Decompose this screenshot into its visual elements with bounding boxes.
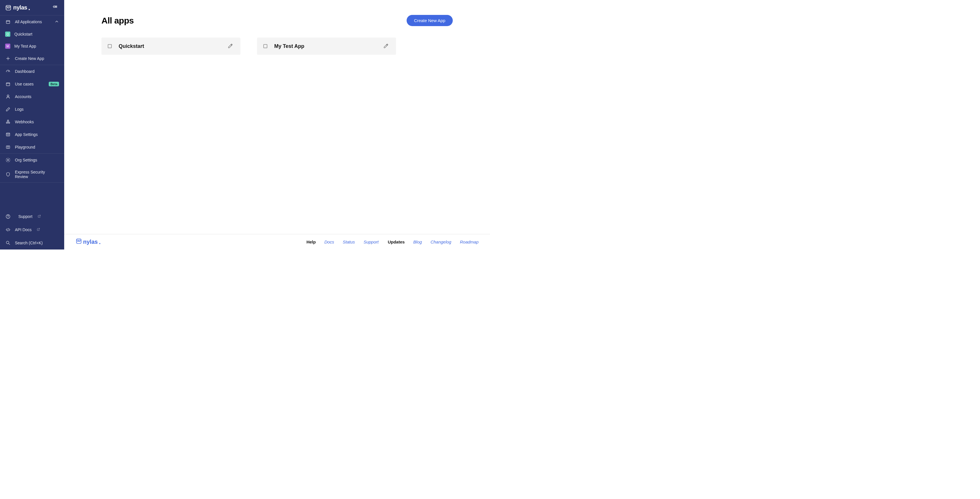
footer-link-blog[interactable]: Blog (413, 239, 422, 244)
sidebar-item-security-review[interactable]: Express Security Review (0, 166, 64, 182)
settings-window-icon (5, 132, 11, 137)
app-card-name: My Test App (274, 43, 375, 49)
svg-rect-1 (6, 83, 10, 86)
applications-icon (5, 19, 11, 25)
footer-link-status[interactable]: Status (343, 239, 355, 244)
external-link-icon (37, 227, 40, 232)
sidebar-item-label: Logs (15, 107, 59, 112)
footer-help-label: Help (306, 239, 316, 244)
logo-icon (5, 4, 12, 11)
help-icon (5, 214, 11, 219)
window-icon (5, 81, 11, 87)
footer-link-docs[interactable]: Docs (325, 239, 334, 244)
footer-link-roadmap[interactable]: Roadmap (460, 239, 479, 244)
footer-link-changelog[interactable]: Changelog (430, 239, 451, 244)
webhook-icon (5, 119, 11, 125)
sidebar-item-use-cases[interactable]: Use cases Beta (0, 78, 64, 90)
sidebar-item-label: All Applications (15, 19, 51, 24)
create-new-app-button[interactable]: Create New App (407, 15, 453, 26)
sidebar-item-app-settings[interactable]: App Settings (0, 128, 64, 141)
logo-dot: . (99, 240, 100, 244)
app-initial-badge: M (5, 44, 10, 49)
sidebar-item-label: Use cases (15, 82, 33, 86)
sidebar-item-webhooks[interactable]: Webhooks (0, 116, 64, 128)
sidebar-item-label: Support (18, 214, 32, 219)
pencil-icon (383, 43, 388, 49)
app-card[interactable]: Quickstart (102, 38, 240, 55)
sidebar-item-label: App Settings (15, 132, 59, 137)
beta-badge: Beta (49, 82, 59, 86)
sidebar-app-quickstart[interactable]: Q Quickstart (0, 28, 64, 40)
svg-rect-0 (6, 21, 10, 24)
playground-icon (5, 144, 11, 150)
app-card-name: Quickstart (119, 43, 220, 49)
app-card[interactable]: My Test App (257, 38, 396, 55)
sidebar-item-logs[interactable]: Logs (0, 103, 64, 116)
svg-point-8 (8, 159, 9, 161)
sidebar-item-search[interactable]: Search (Ctrl+K) (0, 236, 64, 250)
pencil-icon (5, 107, 11, 112)
sidebar-item-label: Quickstart (14, 32, 59, 37)
sidebar-item-support[interactable]: Support (0, 210, 64, 223)
logo-text: nylas (13, 4, 27, 11)
sidebar-item-org-settings[interactable]: Org Settings (0, 154, 64, 166)
sidebar-item-label: Dashboard (15, 69, 59, 74)
logo-icon (76, 238, 82, 246)
sidebar-item-create-new-app[interactable]: Create New App (0, 52, 64, 65)
svg-point-2 (7, 95, 9, 97)
svg-rect-6 (6, 133, 10, 136)
sidebar-item-accounts[interactable]: Accounts (0, 90, 64, 103)
plus-icon (5, 56, 11, 61)
sidebar-item-label: Playground (15, 145, 59, 150)
collapse-sidebar-button[interactable] (51, 3, 59, 12)
search-icon (5, 240, 11, 246)
footer-logo[interactable]: nylas. (76, 238, 100, 246)
user-icon (5, 94, 11, 99)
sidebar-item-label: Org Settings (15, 158, 59, 162)
footer-link-support[interactable]: Support (364, 239, 379, 244)
logo[interactable]: nylas. (5, 4, 30, 11)
chevron-up-icon (54, 19, 59, 25)
app-initial-badge: Q (5, 32, 10, 37)
code-icon (5, 227, 11, 233)
external-link-icon (38, 214, 41, 219)
logo-dot: . (29, 6, 30, 10)
sidebar-item-all-applications[interactable]: All Applications (0, 16, 64, 28)
sidebar-item-label: Webhooks (15, 120, 59, 124)
footer-updates-label: Updates (388, 239, 405, 244)
sidebar-item-label: Accounts (15, 94, 59, 99)
sidebar-item-label: Create New App (15, 56, 59, 61)
sidebar-item-label: Search (Ctrl+K) (15, 241, 43, 245)
edit-app-button[interactable] (227, 42, 234, 51)
sidebar-item-label: My Test App (14, 44, 59, 48)
sidebar-item-api-docs[interactable]: API Docs (0, 223, 64, 236)
gauge-icon (5, 69, 11, 74)
pencil-icon (228, 43, 233, 49)
sidebar-item-playground[interactable]: Playground (0, 141, 64, 153)
sidebar-app-my-test-app[interactable]: M My Test App (0, 40, 64, 52)
collapse-icon (52, 4, 58, 11)
page-title: All apps (102, 16, 134, 26)
sidebar-item-dashboard[interactable]: Dashboard (0, 65, 64, 78)
shield-icon (5, 172, 11, 177)
svg-point-10 (6, 241, 9, 244)
edit-app-button[interactable] (382, 42, 390, 51)
app-thumb-icon (263, 44, 267, 48)
sidebar-item-label: Express Security Review (15, 170, 59, 179)
sidebar-item-label: API Docs (15, 227, 32, 232)
gear-icon (5, 157, 11, 163)
app-thumb-icon (108, 44, 112, 48)
footer-logo-text: nylas (83, 239, 98, 245)
